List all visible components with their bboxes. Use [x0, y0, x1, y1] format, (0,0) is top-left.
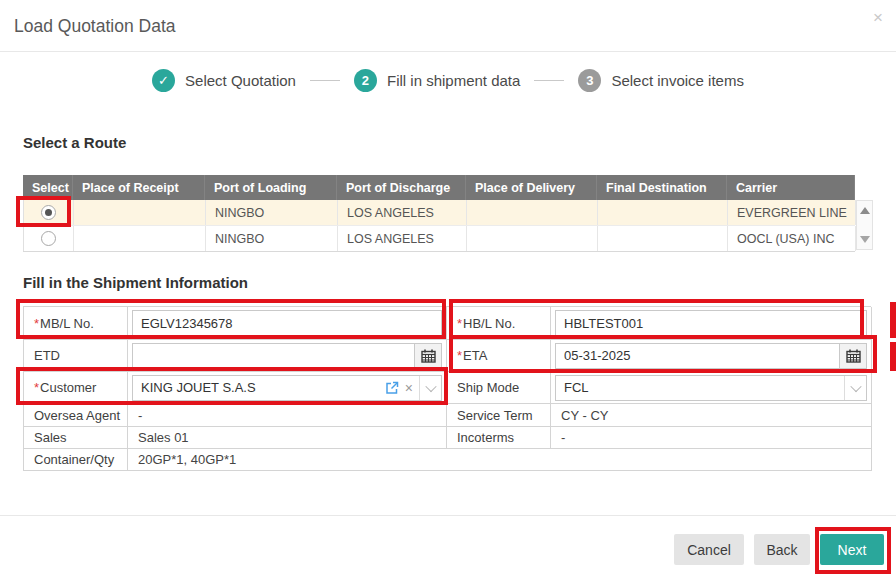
oversea-agent-label: Oversea Agent — [24, 404, 128, 427]
eta-label: *ETA — [447, 340, 551, 372]
cell-place-of-delivery — [467, 226, 598, 251]
cell-place-of-receipt — [74, 226, 206, 251]
required-marker: * — [34, 380, 39, 395]
step-select-invoice-items: 3 Select invoice items — [578, 69, 744, 92]
open-record-icon[interactable] — [385, 381, 399, 395]
scroll-up-icon[interactable] — [860, 207, 870, 214]
cell-carrier: EVERGREEN LINE — [728, 200, 856, 225]
etd-input[interactable] — [133, 344, 414, 368]
eta-input[interactable] — [556, 344, 839, 368]
close-icon[interactable]: × — [873, 9, 883, 26]
step2-number-badge: 2 — [354, 69, 377, 92]
container-qty-label: Container/Qty — [24, 449, 128, 471]
column-header-place-of-delivery: Place of Delivery — [466, 175, 597, 200]
required-marker: * — [34, 316, 39, 331]
footer-actions: Cancel Back Next — [674, 534, 884, 565]
cell-port-of-loading: NINGBO — [206, 200, 338, 225]
clear-icon[interactable]: × — [405, 381, 413, 395]
cell-place-of-receipt — [74, 200, 206, 225]
shipment-form: *MB/L No. *HB/L No. ETD *ETA *Customer — [23, 306, 871, 471]
hbl-label: *HB/L No. — [447, 307, 551, 340]
header-divider — [0, 51, 896, 52]
mbl-input[interactable] — [133, 311, 441, 335]
mbl-label: *MB/L No. — [24, 307, 128, 340]
route-table-header: Select Place of Receipt Port of Loading … — [23, 175, 855, 200]
back-button[interactable]: Back — [754, 534, 810, 565]
chevron-down-icon[interactable] — [844, 376, 866, 400]
table-row[interactable]: NINGBO LOS ANGELES EVERGREEN LINE — [24, 200, 855, 225]
service-term-label: Service Term — [447, 404, 551, 427]
wizard-stepper: ✓ Select Quotation 2 Fill in shipment da… — [0, 69, 896, 92]
step-select-quotation: ✓ Select Quotation — [152, 69, 296, 92]
customer-combobox[interactable]: × — [132, 375, 442, 401]
step-fill-shipment-data: 2 Fill in shipment data — [354, 69, 520, 92]
route-radio-unselected[interactable] — [41, 231, 56, 246]
customer-label: *Customer — [24, 372, 128, 404]
scroll-down-icon[interactable] — [860, 236, 870, 243]
required-marker: * — [457, 348, 462, 363]
cell-place-of-delivery — [467, 200, 598, 225]
dialog-title: Load Quotation Data — [14, 16, 176, 37]
incoterms-label: Incoterms — [447, 427, 551, 449]
calendar-icon[interactable] — [414, 344, 441, 368]
table-row[interactable]: NINGBO LOS ANGELES OOCL (USA) INC — [24, 225, 855, 251]
footer-divider — [0, 515, 896, 516]
oversea-agent-value: - — [128, 404, 447, 427]
route-radio-selected[interactable] — [41, 205, 56, 220]
column-header-place-of-receipt: Place of Receipt — [73, 175, 205, 200]
step-connector — [534, 80, 564, 81]
route-table: Select Place of Receipt Port of Loading … — [23, 175, 855, 252]
table-scrollbar[interactable] — [856, 200, 873, 250]
incoterms-value: - — [551, 427, 872, 449]
required-marker: * — [457, 316, 462, 331]
column-header-port-of-loading: Port of Loading — [205, 175, 337, 200]
cell-port-of-discharge: LOS ANGELES — [338, 226, 467, 251]
chevron-down-icon[interactable] — [419, 376, 441, 400]
column-header-select: Select — [23, 175, 73, 200]
sales-value: Sales 01 — [128, 427, 447, 449]
step-connector — [310, 80, 340, 81]
column-header-final-destination: Final Destination — [597, 175, 727, 200]
step3-label: Select invoice items — [611, 72, 744, 89]
calendar-icon[interactable] — [839, 344, 866, 368]
cell-port-of-loading: NINGBO — [206, 226, 338, 251]
column-header-carrier: Carrier — [727, 175, 855, 200]
ship-mode-label: Ship Mode — [447, 372, 551, 404]
step1-label: Select Quotation — [185, 72, 296, 89]
cell-final-destination — [598, 200, 728, 225]
container-qty-value: 20GP*1, 40GP*1 — [128, 449, 872, 471]
customer-input[interactable] — [133, 376, 385, 400]
cell-carrier: OOCL (USA) INC — [728, 226, 856, 251]
next-button[interactable]: Next — [820, 534, 884, 565]
cell-final-destination — [598, 226, 728, 251]
ship-mode-input[interactable] — [556, 376, 844, 400]
service-term-value: CY - CY — [551, 404, 872, 427]
route-section-heading: Select a Route — [23, 134, 126, 151]
column-header-port-of-discharge: Port of Discharge — [337, 175, 466, 200]
step1-check-icon: ✓ — [152, 69, 175, 92]
step2-label: Fill in shipment data — [387, 72, 520, 89]
shipment-section-heading: Fill in the Shipment Information — [23, 274, 248, 291]
cancel-button[interactable]: Cancel — [674, 534, 744, 565]
annotation-edge-strip — [890, 342, 896, 371]
ship-mode-select[interactable] — [555, 375, 867, 401]
sales-label: Sales — [24, 427, 128, 449]
step3-number-badge: 3 — [578, 69, 601, 92]
etd-label: ETD — [24, 340, 128, 372]
hbl-input[interactable] — [556, 311, 866, 335]
cell-port-of-discharge: LOS ANGELES — [338, 200, 467, 225]
annotation-edge-strip — [890, 302, 896, 338]
